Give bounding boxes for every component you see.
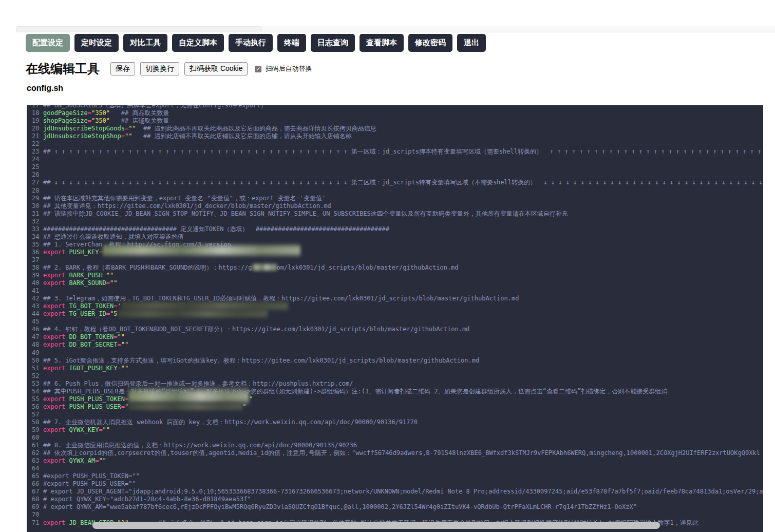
code-token: BARK_SOUND [69,279,106,287]
code-token: = [103,272,106,279]
line-number: 61 [32,442,43,449]
nav-button-6[interactable]: 终端 [277,34,306,52]
line-number: 49 [32,349,43,357]
line-number: 28 [32,187,43,195]
code-token: export [43,302,69,310]
code-line: 32 [32,218,763,225]
code-line: 68# export QYWX_KEY="adcb27d1-28c4-4abb-… [32,496,763,503]
nav-button-10[interactable]: 退出 [457,34,486,52]
line-number: 67 [32,488,43,496]
redacted-value [128,390,249,403]
line-number: 47 [32,333,43,341]
code-token: export [43,310,69,317]
code-line: 39export BARK_PUSH="" [32,272,763,279]
code-token: "" [121,341,128,348]
nav-button-8[interactable]: 查看脚本 [360,34,404,52]
line-number: 71 [32,519,43,527]
redacted-value [128,403,242,410]
code-token: PUSH_PLUS_USER [69,403,121,410]
code-token: = [106,279,110,287]
code-token: ## 遇到此商品不再取关此商品以及它后面的商品，需去商品详情页长按拷贝商品信息 [136,125,376,132]
file-name-label: config.sh [27,84,63,93]
nav-button-2[interactable]: 定时设定 [74,34,119,52]
nav-button-7[interactable]: 日志查询 [311,34,355,52]
toolbar-button-2[interactable]: 切换换行 [140,62,179,75]
line-number: 68 [32,496,43,503]
code-token: "" [128,125,136,132]
code-line: 41 [32,287,763,295]
code-token: ## 3. Telegram，如需使用，TG_BOT_TOKEN和TG_USER… [43,295,519,302]
line-number: 40 [32,279,43,287]
code-line: 51export IGOT_PUSH_KEY="" [32,365,763,372]
auto-replace-checkbox[interactable]: ✓ [255,66,261,72]
code-token: TG_BOT_TOKEN [69,302,114,310]
code-token: ## 2. BARK，教程（看BARK_PUSH和BARK_SOUND的说明）：… [43,264,252,271]
code-token: #export PUSH_PLUS_USER="" [43,480,136,487]
code-token: "350" [91,109,110,117]
page-title: 在线编辑工具 [26,61,100,77]
code-token: = [125,395,128,403]
code-token: #################################### 定义通… [43,225,389,233]
code-line: 50## 5. iGot聚合推送，支持多方式推送，填写iGot的推送key。教程… [32,357,763,365]
redacted-value [121,302,288,310]
code-token: "" [99,457,106,464]
code-line: 47export DD_BOT_TOKEN="" [32,333,763,341]
code-editor[interactable]: 17## UN_SUBSCRIBES（选填）由脚本会export，无需在conf… [27,105,763,532]
line-number: 53 [32,380,43,388]
line-number: 21 [32,132,43,140]
line-number: 59 [32,426,43,434]
code-token: export [43,365,69,372]
code-token: "" [106,272,114,279]
code-token: ## 遇到此店铺不再取关此店铺以及它后面的店铺，请从头开始输入店铺名称 [132,132,351,140]
code-line: 33#################################### 定… [32,225,763,233]
horizontal-scrollbar-thumb[interactable] [92,522,660,529]
code-token: jdUnsubscribeStopShop [43,132,121,140]
code-token: export [43,403,69,410]
redacted-value [252,264,277,271]
nav-button-4[interactable]: 自定义脚本 [172,34,224,52]
code-token: QYWX_KEY [69,426,99,433]
line-number: 41 [32,287,43,295]
nav-button-1[interactable]: 配置设定 [26,34,70,52]
nav-button-3[interactable]: 对比工具 [123,34,167,52]
line-number: 63 [32,457,43,465]
code-line: 19shopPageSize="350" ## 店铺取关数量 [32,117,763,125]
toolbar-button-1[interactable]: 保存 [110,62,135,75]
line-number: 70 [32,511,43,519]
line-number: 34 [32,233,43,241]
nav-bar: 配置设定定时设定对比工具自定义脚本手动执行终端日志查询查看脚本修改密码退出 [26,34,486,52]
code-token: " [125,403,128,410]
line-number: 35 [32,241,43,249]
code-token: ## 该链接中除JD_COOKIE、JD_BEAN_SIGN_STOP_NOTI… [43,210,568,217]
code-token: = [118,365,121,372]
code-token: PUSH_PLUS_TOKEN [69,395,125,403]
code-token: export [43,341,69,348]
code-line: 38## 2. BARK，教程（看BARK_PUSH和BARK_SOUND的说明… [32,264,763,272]
code-token: DD_BOT_TOKEN [69,333,114,340]
auto-replace-option: ✓ 扫码后自动替换 [255,64,312,73]
code-token: export [43,279,69,287]
code-line: 46## 4. 钉钉，教程（看DD_BOT_TOKEN和DD_BOT_SECRE… [32,326,763,333]
line-number: 54 [32,388,43,395]
nav-button-5[interactable]: 手动执行 [229,34,273,52]
line-number: 24 [32,156,43,163]
code-token: IGOT_PUSH_KEY [69,365,118,372]
code-token: export [43,249,69,256]
toolbar-button-3[interactable]: 扫码获取 Cookie [184,62,248,75]
nav-button-9[interactable]: 修改密码 [408,34,452,52]
code-line: 49 [32,349,763,357]
code-token: DD_BOT_SECRET [69,341,118,348]
line-number: 30 [32,202,43,210]
code-token: "" [121,365,128,372]
line-number: 43 [32,302,43,310]
code-token: BARK_PUSH [69,272,103,279]
line-number: 64 [32,465,43,472]
page-top-bar-segment [16,26,262,32]
line-number: 58 [32,419,43,426]
code-line: 59export QYWX_KEY="" [32,426,763,434]
line-number: 52 [32,372,43,380]
line-number: 22 [32,140,43,148]
code-token: shopPageSize [43,117,88,124]
code-token: "" [125,132,132,140]
code-line: 17## UN_SUBSCRIBES（选填）由脚本会export，无需在conf… [32,105,763,109]
